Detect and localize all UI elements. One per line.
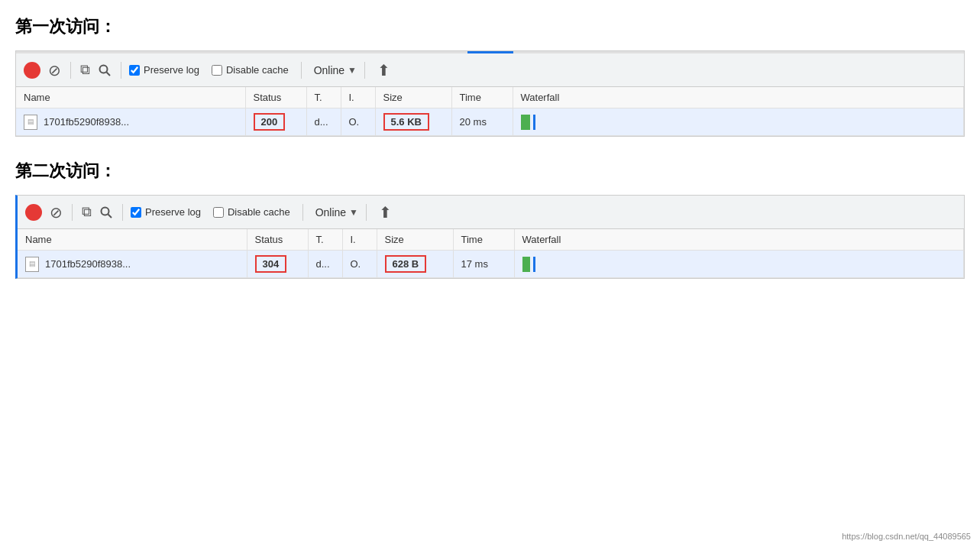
divider-1b bbox=[121, 62, 121, 79]
disable-cache-text-1: Disable cache bbox=[226, 64, 289, 76]
section2-title: 第二次访问： bbox=[15, 160, 965, 183]
table-header-row-2: Name Status T. I. Size Time Waterfall bbox=[18, 229, 964, 251]
header-name-1: Name bbox=[16, 87, 245, 108]
network-table-2: Name Status T. I. Size Time Waterfall ▤ bbox=[18, 229, 964, 278]
size-badge-1: 5.6 KB bbox=[383, 113, 429, 131]
divider-2c bbox=[302, 204, 303, 221]
header-name-2: Name bbox=[18, 229, 247, 251]
divider-1a bbox=[70, 62, 71, 79]
filter-icon-1: ⧉ bbox=[80, 62, 90, 78]
preserve-log-text-2: Preserve log bbox=[145, 206, 201, 218]
search-icon-1 bbox=[98, 63, 112, 77]
status-badge-2: 304 bbox=[255, 255, 287, 273]
waterfall-blue-bar-2 bbox=[533, 257, 535, 272]
table-row[interactable]: ▤ 1701fb5290f8938... 304 d... O. 628 B 1… bbox=[18, 251, 964, 278]
section1-title: 第一次访问： bbox=[15, 15, 965, 38]
filter-icon-2: ⧉ bbox=[82, 204, 92, 220]
upload-icon-1: ⬆ bbox=[377, 61, 390, 79]
divider-2b bbox=[122, 204, 123, 221]
preserve-log-checkbox-2[interactable] bbox=[131, 207, 141, 218]
cell-size-1: 5.6 KB bbox=[375, 108, 451, 136]
header-initiator-1: I. bbox=[341, 87, 375, 108]
online-text-1: Online bbox=[314, 64, 344, 76]
upload-icon-2: ⬆ bbox=[379, 203, 392, 222]
svg-line-3 bbox=[108, 214, 112, 218]
cell-status-2: 304 bbox=[247, 251, 308, 278]
section1: 第一次访问： ⊘ ⧉ bbox=[15, 15, 965, 137]
table-header-row-1: Name Status T. I. Size Time Waterfall bbox=[16, 87, 964, 108]
cell-name-2: ▤ 1701fb5290f8938... bbox=[18, 251, 247, 278]
record-button-2[interactable] bbox=[24, 202, 44, 222]
preserve-log-label-2[interactable]: Preserve log bbox=[131, 206, 201, 218]
table-row[interactable]: ▤ 1701fb5290f8938... 200 d... O. 5.6 KB … bbox=[16, 108, 964, 136]
upload-button-2[interactable]: ⬆ bbox=[377, 202, 393, 223]
disable-cache-checkbox-2[interactable] bbox=[213, 207, 224, 218]
record-icon-1 bbox=[24, 62, 40, 79]
clear-icon-1: ⊘ bbox=[48, 61, 61, 79]
file-icon-1: ▤ bbox=[24, 115, 37, 130]
preserve-log-text-1: Preserve log bbox=[144, 64, 199, 76]
toolbar-2: ⊘ ⧉ Preserve log Disable cache bbox=[18, 196, 964, 229]
header-time-2: Time bbox=[453, 229, 514, 251]
size-badge-2: 628 B bbox=[385, 255, 427, 273]
cell-time-2: 17 ms bbox=[453, 251, 514, 278]
devtools-panel-1: ⊘ ⧉ Preserve log Disable cache bbox=[15, 50, 965, 137]
filter-button-1[interactable]: ⧉ bbox=[79, 60, 92, 79]
divider-1c bbox=[301, 62, 302, 79]
cell-name-1: ▤ 1701fb5290f8938... bbox=[16, 108, 245, 136]
upload-button-1[interactable]: ⬆ bbox=[376, 60, 392, 81]
divider-1d bbox=[364, 62, 365, 79]
divider-2a bbox=[72, 204, 73, 221]
file-icon-2: ▤ bbox=[25, 257, 39, 272]
section2: 第二次访问： ⊘ ⧉ Preserve log bbox=[15, 160, 965, 279]
record-icon-2 bbox=[25, 204, 42, 221]
header-status-1: Status bbox=[245, 87, 306, 108]
disable-cache-label-1[interactable]: Disable cache bbox=[212, 64, 289, 76]
header-type-2: T. bbox=[308, 229, 342, 251]
search-button-1[interactable] bbox=[96, 62, 113, 79]
divider-2d bbox=[366, 204, 367, 221]
disable-cache-label-2[interactable]: Disable cache bbox=[213, 206, 290, 218]
cell-type-2: d... bbox=[308, 251, 342, 278]
header-status-2: Status bbox=[247, 229, 308, 251]
cell-status-1: 200 bbox=[245, 108, 306, 136]
preserve-log-label-1[interactable]: Preserve log bbox=[129, 64, 199, 76]
online-text-2: Online bbox=[315, 206, 346, 218]
disable-cache-text-2: Disable cache bbox=[228, 206, 290, 218]
header-waterfall-2: Waterfall bbox=[514, 229, 964, 251]
clear-button-2[interactable]: ⊘ bbox=[48, 202, 64, 223]
cell-initiator-2: O. bbox=[342, 251, 377, 278]
waterfall-blue-bar-1 bbox=[533, 115, 535, 130]
cell-waterfall-2 bbox=[514, 251, 964, 278]
chevron-down-icon-1: ▼ bbox=[348, 65, 357, 76]
svg-point-2 bbox=[102, 207, 109, 215]
svg-line-1 bbox=[107, 72, 111, 76]
header-initiator-2: I. bbox=[342, 229, 377, 251]
filter-button-2[interactable]: ⧉ bbox=[80, 202, 93, 222]
clear-button-1[interactable]: ⊘ bbox=[47, 60, 63, 81]
cell-initiator-1: O. bbox=[341, 108, 375, 136]
waterfall-green-bar-1 bbox=[521, 115, 530, 130]
preserve-log-checkbox-1[interactable] bbox=[129, 65, 140, 76]
header-size-1: Size bbox=[375, 87, 451, 108]
network-table-1: Name Status T. I. Size Time Waterfall ▤ bbox=[16, 87, 964, 136]
cell-waterfall-1 bbox=[513, 108, 964, 136]
header-type-1: T. bbox=[306, 87, 341, 108]
waterfall-green-bar-2 bbox=[522, 257, 530, 272]
devtools-panel-2: ⊘ ⧉ Preserve log Disable cache bbox=[15, 195, 965, 279]
watermark: https://blog.csdn.net/qq_44089565 bbox=[842, 532, 971, 541]
record-button-1[interactable] bbox=[22, 60, 42, 80]
cell-time-1: 20 ms bbox=[451, 108, 513, 136]
search-button-2[interactable] bbox=[98, 204, 115, 221]
online-select-1[interactable]: Online ▼ bbox=[314, 64, 357, 76]
disable-cache-checkbox-1[interactable] bbox=[212, 65, 222, 76]
search-icon-2 bbox=[99, 206, 113, 219]
header-size-2: Size bbox=[377, 229, 453, 251]
svg-point-0 bbox=[100, 65, 108, 73]
status-badge-1: 200 bbox=[254, 113, 286, 131]
chevron-down-icon-2: ▼ bbox=[349, 207, 358, 218]
cell-type-1: d... bbox=[306, 108, 341, 136]
clear-icon-2: ⊘ bbox=[50, 203, 63, 222]
row-name-1: 1701fb5290f8938... bbox=[44, 116, 129, 128]
online-select-2[interactable]: Online ▼ bbox=[315, 206, 358, 218]
